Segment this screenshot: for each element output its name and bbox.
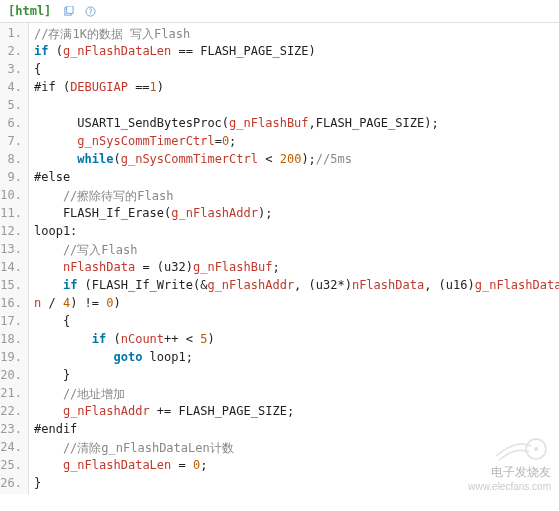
line-number: 8. [0, 152, 28, 170]
line-number: 5. [0, 98, 28, 116]
line-number: 21. [0, 386, 28, 404]
line-number: 6. [0, 116, 28, 134]
line-number: 13. [0, 242, 28, 260]
copy-icon[interactable] [63, 6, 74, 17]
line-number: 18. [0, 332, 28, 350]
code-line [34, 494, 559, 511]
code-line: while(g_nSysCommTimerCtrl < 200);//5ms [34, 152, 559, 170]
line-number: 1. [0, 26, 28, 44]
code-line: g_nSysCommTimerCtrl=0; [34, 134, 559, 152]
code-line: if (g_nFlashDataLen == FLASH_PAGE_SIZE) [34, 44, 559, 62]
code-line: n / 4) != 0) [34, 296, 559, 314]
watermark-text: 电子发烧友 [468, 464, 551, 481]
code-line: #if (DEBUGIAP ==1) [34, 80, 559, 98]
line-number: 17. [0, 314, 28, 332]
line-number: 16. [0, 296, 28, 314]
line-number: 3. [0, 62, 28, 80]
code-line: //地址增加 [34, 386, 559, 404]
code-line: { [34, 62, 559, 80]
line-number: 11. [0, 206, 28, 224]
line-number: 26. [0, 476, 28, 494]
code-area: 1. 2. 3. 4. 5. 6. 7. 8. 9. 10. 11. 12. 1… [0, 23, 559, 511]
line-number: 20. [0, 368, 28, 386]
help-icon[interactable]: ? [85, 6, 96, 17]
code-line: goto loop1; [34, 350, 559, 368]
line-number: 25. [0, 458, 28, 476]
line-number: 15. [0, 278, 28, 296]
logo-icon [491, 434, 551, 464]
code-line: if (nCount++ < 5) [34, 332, 559, 350]
code-line: nFlashData = (u32)g_nFlashBuf; [34, 260, 559, 278]
line-number: 23. [0, 422, 28, 440]
line-number: 4. [0, 80, 28, 98]
code-line: { [34, 314, 559, 332]
code-line: } [34, 368, 559, 386]
code-line: //存满1K的数据 写入Flash [34, 26, 559, 44]
code-line [34, 98, 559, 116]
line-number: 7. [0, 134, 28, 152]
line-number: 19. [0, 350, 28, 368]
line-gutter: 1. 2. 3. 4. 5. 6. 7. 8. 9. 10. 11. 12. 1… [0, 23, 29, 494]
svg-rect-1 [66, 6, 72, 13]
line-number: 14. [0, 260, 28, 278]
svg-point-5 [534, 447, 538, 451]
line-number: 12. [0, 224, 28, 242]
watermark-url: www.elecfans.com [468, 481, 551, 492]
code-line: if (FLASH_If_Write(&g_nFlashAddr, (u32*)… [34, 278, 559, 296]
line-number: 2. [0, 44, 28, 62]
code-line: g_nFlashAddr += FLASH_PAGE_SIZE; [34, 404, 559, 422]
svg-text:?: ? [88, 7, 92, 16]
watermark: 电子发烧友 www.elecfans.com [468, 434, 551, 492]
code-line: #else [34, 170, 559, 188]
line-number: 24. [0, 440, 28, 458]
code-line: loop1: [34, 224, 559, 242]
line-number: 9. [0, 170, 28, 188]
tag-header: [html] ? [0, 0, 559, 23]
html-tag[interactable]: [html] [8, 4, 51, 18]
code-line: USART1_SendBytesProc(g_nFlashBuf,FLASH_P… [34, 116, 559, 134]
line-number: 22. [0, 404, 28, 422]
line-number: 10. [0, 188, 28, 206]
code-line: //写入Flash [34, 242, 559, 260]
code-line: FLASH_If_Erase(g_nFlashAddr); [34, 206, 559, 224]
code-line: //擦除待写的Flash [34, 188, 559, 206]
